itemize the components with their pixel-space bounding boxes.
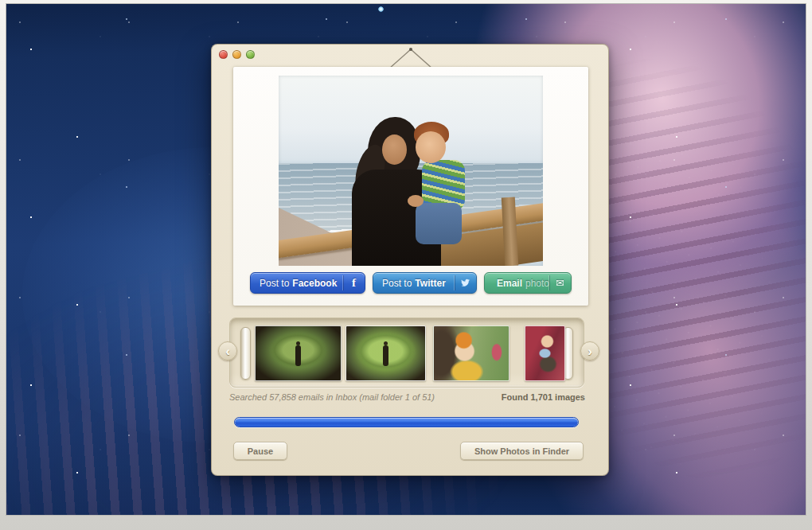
- chevron-right-icon: ›: [588, 345, 592, 358]
- window-controls: [219, 50, 255, 59]
- thumbnail-1[interactable]: [255, 325, 342, 381]
- email-button-label: Emailphoto: [494, 278, 549, 289]
- filmstrip-next-button[interactable]: ›: [580, 341, 599, 360]
- person-silhouette-art: [295, 345, 301, 366]
- post-to-twitter-button[interactable]: Post toTwitter: [373, 272, 477, 294]
- twitter-button-label: Post toTwitter: [382, 278, 446, 289]
- envelope-icon: ✉: [549, 275, 565, 290]
- thumbnail-4[interactable]: [525, 325, 565, 381]
- bright-star: [378, 6, 384, 12]
- post-to-facebook-button[interactable]: Post toFacebook f: [250, 272, 365, 294]
- filmstrip-roller-left: [240, 327, 251, 380]
- progress-fill: [235, 418, 578, 427]
- share-button-row: Post toFacebook f Post toTwitter Emailph…: [233, 272, 588, 294]
- lost-photos-window: Post toFacebook f Post toTwitter Emailph…: [211, 44, 609, 476]
- facebook-button-label: Post toFacebook: [260, 278, 337, 289]
- monitor-bezel: Post toFacebook f Post toTwitter Emailph…: [0, 0, 812, 530]
- chevron-left-icon: ‹: [225, 345, 230, 358]
- child-face-art: [416, 131, 446, 163]
- close-button[interactable]: [219, 50, 228, 59]
- filmstrip-previous-button[interactable]: ‹: [218, 341, 237, 360]
- minimize-button[interactable]: [232, 50, 241, 59]
- child-jeans-art: [416, 203, 462, 244]
- woman-face-art: [382, 134, 407, 165]
- filmstrip-tray: [229, 318, 584, 388]
- status-row: Searched 57,858 emails in Inbox (mail fo…: [229, 392, 585, 402]
- found-images-text: Found 1,701 images: [502, 392, 585, 402]
- polaroid-card: Post toFacebook f Post toTwitter Emailph…: [233, 67, 588, 306]
- search-progress-bar: [234, 417, 579, 427]
- thumbnail-2[interactable]: [345, 325, 426, 381]
- searched-status-text: Searched 57,858 emails in Inbox (mail fo…: [229, 392, 435, 402]
- bottom-action-row: Pause Show Photos in Finder: [233, 442, 584, 460]
- show-photos-in-finder-button[interactable]: Show Photos in Finder: [460, 442, 584, 460]
- facebook-icon: f: [343, 275, 359, 290]
- zoom-button[interactable]: [246, 50, 255, 59]
- twitter-bird-icon: [455, 275, 470, 290]
- woman-hand-art: [408, 195, 424, 207]
- thumbnail-3[interactable]: [433, 325, 509, 381]
- desktop-wallpaper: Post toFacebook f Post toTwitter Emailph…: [6, 4, 806, 515]
- person-silhouette-art: [383, 345, 388, 366]
- email-photo-button[interactable]: Emailphoto ✉: [484, 272, 572, 294]
- main-photo: [279, 76, 543, 266]
- pause-button[interactable]: Pause: [233, 442, 287, 460]
